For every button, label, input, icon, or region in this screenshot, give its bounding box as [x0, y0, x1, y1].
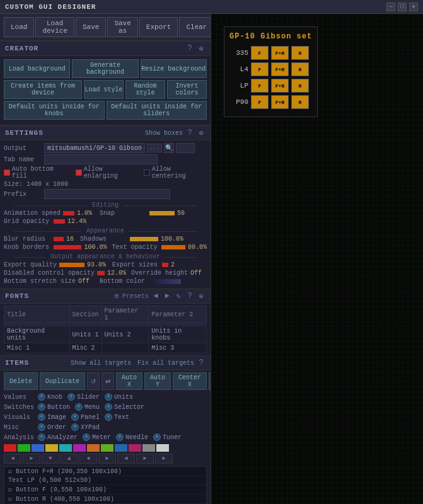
color-swatch-navy[interactable]	[115, 444, 127, 452]
minimize-button[interactable]: —	[386, 3, 395, 11]
add-text-item[interactable]: + Text	[103, 413, 130, 421]
file-item-0[interactable]: ☑ Button F+R (200,350 100x100)	[4, 467, 206, 476]
generate-background-button[interactable]: Generate background	[72, 59, 138, 78]
fonts-prev-icon[interactable]: ◄	[151, 292, 160, 301]
prefix-input[interactable]	[44, 189, 170, 199]
close-button[interactable]: ✕	[409, 3, 418, 11]
add-units-item[interactable]: + Units	[103, 392, 134, 401]
arrow-btn-7[interactable]: ◄	[117, 454, 135, 464]
save-as-button[interactable]: Save as	[107, 17, 137, 37]
arrow-btn-2[interactable]: ►	[23, 454, 40, 464]
items-help-icon[interactable]: ?	[197, 358, 206, 367]
tab-name-input[interactable]	[44, 154, 158, 164]
load-button[interactable]: Load	[4, 17, 34, 37]
resize-background-button[interactable]: Resize background	[141, 59, 207, 78]
help-icon[interactable]: ?	[185, 44, 194, 53]
arrow-btn-3[interactable]: ▼	[42, 454, 59, 464]
center-x-button[interactable]: Center X	[173, 372, 207, 390]
fonts-collapse-icon[interactable]: ⊕	[197, 292, 206, 301]
fx-btn-p90-r[interactable]: R	[291, 95, 309, 109]
add-needle-item[interactable]: + Needle	[115, 433, 149, 442]
add-order-item[interactable]: + Order	[37, 423, 67, 432]
fonts-next-icon[interactable]: ►	[163, 292, 171, 301]
fx-btn-335-f[interactable]: F	[251, 46, 269, 60]
fonts-presets-label[interactable]: ⊞ Presets	[115, 292, 149, 300]
collapse-icon[interactable]: ⊕	[197, 44, 206, 53]
arrow-btn-4[interactable]: ▲	[61, 454, 78, 464]
fx-btn-l4-f[interactable]: F	[251, 62, 269, 76]
add-meter-item[interactable]: + Meter	[81, 433, 112, 442]
fx-btn-l4-fr[interactable]: F+R	[271, 62, 289, 76]
color-swatch-white[interactable]	[156, 444, 169, 452]
add-button-item[interactable]: + Button	[37, 403, 71, 411]
arrow-btn-9[interactable]: ►	[155, 454, 173, 464]
arrow-btn-1[interactable]: ◄	[4, 454, 21, 464]
settings-help-icon[interactable]: ?	[185, 129, 194, 137]
color-swatch-yellow[interactable]	[45, 444, 58, 452]
add-tuner-item[interactable]: + Tuner	[152, 433, 183, 442]
fix-all-targets-link[interactable]: Fix all targets	[137, 360, 194, 367]
add-panel-item[interactable]: + Panel	[70, 413, 101, 421]
color-swatch-purple[interactable]	[73, 444, 86, 452]
add-knob-item[interactable]: + Knob	[37, 392, 64, 401]
fonts-row-3[interactable]: Misc 1 Misc 2 Misc 3	[4, 343, 207, 353]
allow-enlarging-checkbox[interactable]: Allow enlarging	[76, 166, 139, 180]
show-boxes-link[interactable]: Show boxes	[145, 130, 183, 137]
arrow-btn-8[interactable]: ►	[136, 454, 154, 464]
file-item-2[interactable]: ☑ Button F (0,550 100x100)	[4, 485, 206, 495]
color-swatch-green[interactable]	[18, 444, 30, 452]
fx-btn-lp-f[interactable]: F	[251, 79, 269, 93]
fx-btn-p90-f[interactable]: F	[251, 95, 269, 109]
color-swatch-red[interactable]	[4, 444, 16, 452]
default-sliders-button[interactable]: Default units inside for sliders	[107, 101, 207, 120]
flip-icon-btn[interactable]: ⇄	[101, 372, 114, 390]
fx-btn-p90-fr[interactable]: F+R	[271, 95, 289, 109]
fonts-help-icon[interactable]: ?	[185, 292, 194, 301]
auto-x-button[interactable]: Auto X	[116, 372, 142, 390]
maximize-button[interactable]: □	[398, 3, 407, 11]
fonts-edit-icon[interactable]: ✎	[174, 292, 183, 301]
rotate-icon-btn[interactable]: ↺	[87, 372, 100, 390]
fx-btn-335-r[interactable]: R	[291, 46, 309, 60]
load-device-button[interactable]: Load device	[35, 17, 74, 37]
settings-collapse-icon[interactable]: ⊕	[197, 129, 206, 137]
color-swatch-blue[interactable]	[32, 444, 44, 452]
add-xypad-item[interactable]: + XYPad	[70, 423, 101, 432]
fx-btn-335-fr[interactable]: F+R	[271, 46, 289, 60]
window-controls[interactable]: — □ ✕	[386, 3, 418, 11]
output-extra-input[interactable]	[176, 143, 195, 153]
default-knobs-button[interactable]: Default units inside for knobs	[4, 101, 105, 120]
create-items-button[interactable]: Create items from device	[4, 80, 82, 99]
color-swatch-cyan[interactable]	[59, 444, 72, 452]
clear-button[interactable]: Clear	[179, 17, 211, 37]
fx-btn-lp-fr[interactable]: F+R	[271, 79, 289, 93]
fx-btn-l4-r[interactable]: R	[291, 62, 309, 76]
color-swatch-orange[interactable]	[87, 444, 100, 452]
add-image-item[interactable]: + Image	[37, 413, 67, 421]
fx-btn-lp-r[interactable]: R	[291, 79, 309, 93]
output-input[interactable]	[44, 143, 145, 153]
save-button[interactable]: Save	[76, 17, 106, 37]
arrow-btn-6[interactable]: ►	[98, 454, 116, 464]
color-swatch-pink[interactable]	[129, 444, 141, 452]
show-all-targets-link[interactable]: Show all targets	[71, 360, 131, 367]
add-selector-item[interactable]: + Selector	[103, 403, 146, 411]
export-button[interactable]: Export	[139, 17, 178, 37]
output-search-icon[interactable]: 🔍	[164, 143, 174, 153]
auto-bottom-fill-checkbox[interactable]: Auto bottom fill	[4, 166, 71, 180]
delete-button[interactable]: Delete	[4, 372, 38, 390]
add-slider-item[interactable]: + Slider	[66, 392, 101, 401]
add-analyzer-item[interactable]: + Analyzer	[37, 433, 79, 442]
auto-y-button[interactable]: Auto Y	[144, 372, 171, 390]
invert-colors-button[interactable]: Invert colors	[167, 80, 207, 99]
file-item-1[interactable]: Text LP (0,500 512x50)	[4, 476, 206, 485]
random-style-button[interactable]: Random style	[125, 80, 165, 99]
allow-centering-checkbox[interactable]: Allow centering	[144, 166, 207, 180]
fonts-row-2[interactable]: Background units Units 1 Units 2 Units i…	[4, 326, 207, 343]
load-style-button[interactable]: Load style	[84, 80, 124, 99]
color-swatch-lime[interactable]	[101, 444, 113, 452]
load-background-button[interactable]: Load background	[4, 59, 70, 78]
file-item-3[interactable]: ☑ Button R (400,550 100x100)	[4, 495, 206, 504]
add-menu-item[interactable]: + Menu	[74, 403, 101, 411]
color-swatch-gray[interactable]	[142, 444, 155, 452]
